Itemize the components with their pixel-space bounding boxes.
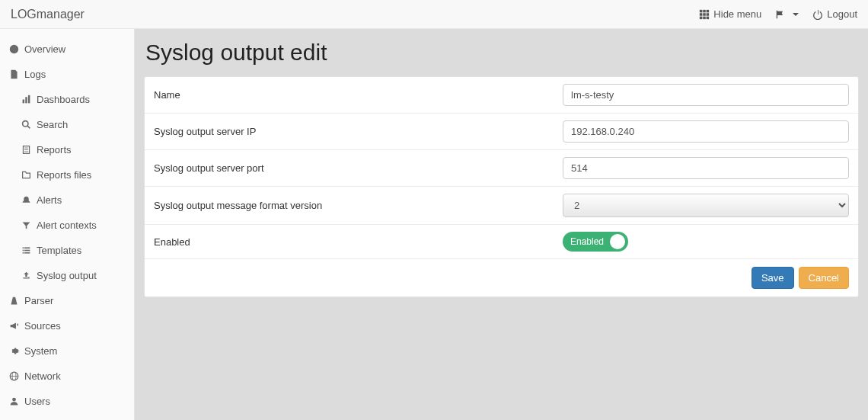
sidebar-item-label: Overview <box>24 43 65 55</box>
sidebar-item-dashboards[interactable]: Dashboards <box>0 87 134 112</box>
svg-point-9 <box>10 45 18 53</box>
sidebar-item-label: Sources <box>24 320 61 332</box>
filter-icon <box>21 220 31 230</box>
grid-icon <box>699 9 710 20</box>
sidebar-item-logs[interactable]: Logs <box>0 62 134 87</box>
sidebar-item-reports[interactable]: Reports <box>0 137 134 162</box>
sidebar-item-label: Parser <box>24 295 53 306</box>
user-icon <box>9 396 19 406</box>
svg-rect-11 <box>25 97 27 103</box>
cancel-button[interactable]: Cancel <box>799 267 849 289</box>
sidebar-item-alert-contexts[interactable]: Alert contexts <box>0 213 134 238</box>
sidebar-item-label: Reports <box>37 144 72 155</box>
road-icon <box>9 296 19 306</box>
svg-rect-24 <box>24 252 30 254</box>
svg-rect-22 <box>24 250 30 252</box>
toggle-knob <box>610 234 625 249</box>
port-input[interactable] <box>563 157 849 179</box>
form-row-ip: Syslog output server IP <box>145 114 858 150</box>
svg-rect-23 <box>23 252 24 254</box>
ip-label: Syslog output server IP <box>154 126 563 137</box>
ip-input[interactable] <box>563 120 849 143</box>
bell-icon <box>21 195 31 205</box>
enabled-toggle[interactable]: Enabled <box>563 232 628 252</box>
folder-icon <box>21 170 31 180</box>
name-label: Name <box>154 89 563 101</box>
svg-rect-4 <box>704 13 707 16</box>
form-actions: Save Cancel <box>145 259 858 297</box>
svg-rect-8 <box>707 16 710 19</box>
format-select[interactable]: 2 <box>563 194 849 217</box>
svg-rect-7 <box>704 16 707 19</box>
sidebar-item-search[interactable]: Search <box>0 112 134 137</box>
language-dropdown[interactable] <box>775 9 799 20</box>
sidebar-item-label: Reports files <box>37 169 91 181</box>
sidebar: Overview Logs Dashboards Search Reports … <box>0 29 135 420</box>
file-icon <box>9 69 19 79</box>
port-label: Syslog output server port <box>154 162 563 174</box>
sidebar-item-label: Templates <box>37 245 81 256</box>
sidebar-item-sources[interactable]: Sources <box>0 313 134 338</box>
sidebar-item-label: Syslog output <box>37 270 97 281</box>
sidebar-item-network[interactable]: Network <box>0 364 134 389</box>
svg-rect-19 <box>23 247 24 248</box>
sidebar-item-users[interactable]: Users <box>0 389 134 414</box>
sidebar-item-alerts[interactable]: Alerts <box>0 188 134 213</box>
info-icon <box>9 44 19 54</box>
enabled-toggle-text: Enabled <box>570 236 604 247</box>
svg-rect-0 <box>700 9 703 12</box>
svg-rect-6 <box>700 16 703 19</box>
sidebar-item-label: Network <box>24 370 61 382</box>
sidebar-item-label: Dashboards <box>37 94 90 105</box>
gear-icon <box>9 346 19 356</box>
sidebar-item-parser[interactable]: Parser <box>0 288 134 313</box>
svg-line-14 <box>27 126 30 128</box>
svg-rect-1 <box>704 9 707 12</box>
svg-point-28 <box>12 398 16 402</box>
logout-label: Logout <box>827 8 857 20</box>
svg-rect-3 <box>700 13 703 16</box>
svg-rect-21 <box>23 250 24 252</box>
name-input[interactable] <box>563 84 849 106</box>
save-button[interactable]: Save <box>752 267 794 289</box>
svg-rect-10 <box>23 100 24 104</box>
sidebar-item-label: Alerts <box>37 194 62 206</box>
brand-logo: LOGmanager <box>11 8 85 21</box>
form-row-format: Syslog output message format version 2 <box>145 187 858 225</box>
sidebar-item-label: Logs <box>24 69 46 80</box>
power-icon <box>812 9 823 20</box>
export-icon <box>21 271 31 281</box>
megaphone-icon <box>9 321 19 331</box>
sidebar-item-templates[interactable]: Templates <box>0 238 134 263</box>
topbar: LOGmanager Hide menu Logout <box>0 0 868 29</box>
content: Syslog output edit Name Syslog output se… <box>135 29 868 420</box>
svg-point-13 <box>23 121 28 127</box>
sidebar-item-help[interactable]: ? Help <box>0 414 134 420</box>
sidebar-item-label: System <box>24 345 57 357</box>
list-icon <box>21 245 31 255</box>
logout-button[interactable]: Logout <box>812 8 857 20</box>
svg-rect-12 <box>28 95 30 104</box>
search-icon <box>21 120 31 130</box>
flag-icon <box>775 9 786 20</box>
sidebar-item-syslog-output[interactable]: Syslog output <box>0 263 134 288</box>
sidebar-item-label: Alert contexts <box>37 220 97 231</box>
sidebar-item-label: Users <box>24 396 50 407</box>
hide-menu-label: Hide menu <box>713 8 761 20</box>
sidebar-item-reports-files[interactable]: Reports files <box>0 162 134 188</box>
sidebar-item-label: Search <box>37 119 68 130</box>
form-row-port: Syslog output server port <box>145 150 858 187</box>
hide-menu-button[interactable]: Hide menu <box>699 8 761 20</box>
enabled-label: Enabled <box>154 236 563 248</box>
page-title: Syslog output edit <box>145 40 859 66</box>
sidebar-item-system[interactable]: System <box>0 338 134 364</box>
bars-icon <box>21 95 31 104</box>
format-label: Syslog output message format version <box>154 200 563 211</box>
globe-icon <box>9 371 19 381</box>
sidebar-item-overview[interactable]: Overview <box>0 37 134 62</box>
form-panel: Name Syslog output server IP Syslog outp… <box>144 76 859 297</box>
form-row-enabled: Enabled Enabled <box>145 225 858 259</box>
svg-rect-5 <box>707 13 710 16</box>
top-actions: Hide menu Logout <box>699 8 857 20</box>
svg-rect-2 <box>707 9 710 12</box>
